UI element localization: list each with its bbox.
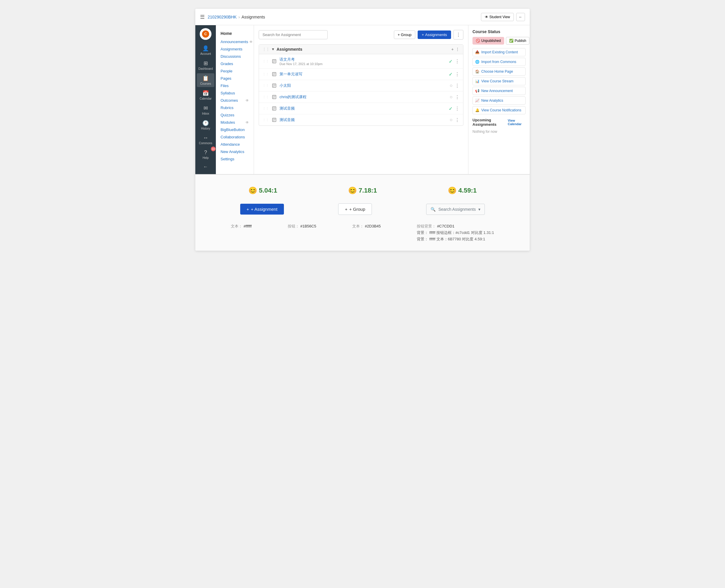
contrast-item-3: 😊 4.59:1	[448, 186, 477, 195]
demo-group-button[interactable]: + + Group	[338, 204, 372, 215]
breadcrumb: 210290290BHK › Assignments	[208, 15, 265, 19]
contrast-item-1: 😊 5.04:1	[248, 186, 277, 195]
sidebar-collapse-button[interactable]: ←	[201, 162, 210, 171]
group-add-button[interactable]: +	[451, 47, 454, 51]
nav-link-files[interactable]: Files	[216, 82, 254, 89]
assignment-name[interactable]: 语文月考	[280, 57, 446, 62]
help-badge: 10	[211, 147, 216, 151]
search-input[interactable]	[259, 30, 328, 39]
svg-text:C: C	[204, 32, 207, 36]
inbox-icon: ✉	[204, 105, 208, 111]
breadcrumb-course[interactable]: 210290290BHK	[208, 15, 237, 19]
choose-home-page-link[interactable]: 🏠 Choose Home Page	[472, 67, 526, 76]
nav-link-assignments[interactable]: Assignments	[216, 45, 254, 53]
assignment-more-button[interactable]: ⋮	[455, 117, 460, 123]
view-course-stream-link[interactable]: 📊 View Course Stream	[472, 77, 526, 85]
import-existing-icon: 📥	[475, 50, 480, 54]
assignment-more-button[interactable]: ⋮	[455, 71, 460, 77]
outcomes-visibility-icon: 👁	[245, 99, 249, 103]
assignment-name[interactable]: chris的测试课程	[280, 94, 447, 100]
assignment-item: ⋮⋮ 测试音频 ✓ ⋮	[259, 103, 463, 114]
nav-link-settings[interactable]: Settings	[216, 155, 254, 163]
contrast-ratio-2: 7.18:1	[359, 187, 377, 194]
account-icon: 👤	[202, 45, 209, 51]
unpublished-button[interactable]: 🚫 Unpublished	[472, 37, 504, 45]
assignment-more-button[interactable]: ⋮	[455, 83, 460, 88]
demo-search-input[interactable]: 🔍 Search Assignments ▾	[426, 204, 485, 215]
assignment-more-button[interactable]: ⋮	[455, 59, 460, 64]
dashboard-icon: ⊞	[204, 60, 208, 66]
more-options-button[interactable]: ⋮	[454, 30, 463, 40]
group-name: Assignments	[277, 47, 449, 51]
breadcrumb-page: Assignments	[242, 15, 265, 19]
add-assignment-button[interactable]: + Assignments	[418, 30, 451, 39]
topbar: ☰ 210290290BHK › Assignments 👁 Student V…	[195, 9, 530, 25]
nav-link-announcements[interactable]: Announcements 👁	[216, 38, 254, 45]
assignment-group-header: ⋮⋮ ▼ Assignments + ⋮	[259, 45, 463, 54]
right-panel: Course Status 🚫 Unpublished ✅ Publish 📥 …	[468, 25, 530, 174]
hamburger-icon[interactable]: ☰	[200, 14, 205, 20]
nav-link-quizzes[interactable]: Quizzes	[216, 111, 254, 119]
nav-link-attendance[interactable]: Attendance	[216, 141, 254, 148]
assignment-status-icon: ✓	[449, 106, 452, 111]
nav-home-link[interactable]: Home	[216, 29, 254, 38]
import-from-commons-link[interactable]: 🌐 Import from Commons	[472, 58, 526, 66]
new-announcement-link[interactable]: 📢 New Announcement	[472, 87, 526, 95]
assignment-name[interactable]: 测试音频	[280, 106, 446, 111]
content-toolbar: + Group + Assignments ⋮	[259, 30, 463, 40]
course-status-title: Course Status	[472, 29, 526, 34]
assignment-item: ⋮⋮ 语文月考 Due Nov 17, 2021 at 10:10pm ✓ ⋮	[259, 54, 463, 69]
course-stream-icon: 📊	[475, 79, 480, 83]
demo-assignment-button[interactable]: + + Assignment	[240, 204, 284, 214]
sidebar-item-account[interactable]: 👤 Account	[197, 43, 215, 57]
commons-icon: ↔	[203, 135, 208, 141]
nav-link-rubrics[interactable]: Rubrics	[216, 104, 254, 111]
publish-icon: ✅	[509, 39, 513, 43]
collapse-nav-button[interactable]: ←	[516, 13, 525, 21]
assignment-more-button[interactable]: ⋮	[455, 94, 460, 100]
nav-link-collaborations[interactable]: Collaborations	[216, 133, 254, 141]
sidebar-item-dashboard[interactable]: ⊞ Dashboard	[197, 58, 215, 72]
assignment-more-button[interactable]: ⋮	[455, 106, 460, 111]
view-course-notifications-link[interactable]: 🔔 View Course Notifications	[472, 106, 526, 114]
assignment-name[interactable]: 测试音频	[280, 117, 447, 123]
nav-link-new-analytics[interactable]: New Analytics	[216, 148, 254, 155]
item-drag-handle: ⋮⋮	[262, 72, 269, 76]
assignment-name[interactable]: 小太阳	[280, 83, 447, 88]
nav-link-discussions[interactable]: Discussions	[216, 53, 254, 60]
student-view-button[interactable]: 👁 Student View	[481, 13, 514, 21]
add-group-button[interactable]: + Group	[394, 30, 415, 39]
sidebar-item-calendar[interactable]: 📅 Calendar	[197, 88, 215, 102]
new-analytics-link[interactable]: 📈 New Analytics	[472, 97, 526, 105]
assignment-info: 小太阳	[280, 83, 447, 88]
announcements-visibility-icon: 👁	[249, 40, 253, 44]
group-toggle-icon[interactable]: ▼	[271, 47, 275, 51]
assignment-item: ⋮⋮ 小太阳 ○ ⋮	[259, 80, 463, 91]
sidebar-item-history[interactable]: 🕐 History	[197, 118, 215, 132]
color-label-2: 按钮： #1B56C5	[288, 224, 316, 229]
color-label-right: 按钮背景： #C7CDD1 背景： ffffff 按钮边框：#c7cdd1 对比…	[417, 224, 494, 242]
sidebar-item-help[interactable]: ? Help 10	[197, 148, 215, 161]
sidebar-item-inbox[interactable]: ✉ Inbox	[197, 103, 215, 117]
history-icon: 🕐	[202, 120, 209, 126]
nav-link-bigbluebutton[interactable]: BigBlueButton	[216, 126, 254, 133]
item-drag-handle: ⋮⋮	[262, 107, 269, 110]
assignment-info: 测试音频	[280, 106, 446, 111]
contrast-smiley-1: 😊	[248, 186, 257, 195]
help-icon: ?	[204, 149, 207, 156]
nav-link-syllabus[interactable]: Syllabus	[216, 89, 254, 97]
publish-button[interactable]: ✅ Publish	[506, 37, 529, 45]
nav-link-people[interactable]: People	[216, 67, 254, 75]
sidebar-item-courses[interactable]: 📋 Courses	[197, 73, 215, 87]
assignment-type-icon	[271, 106, 277, 111]
assignment-name[interactable]: 第一单元读写	[280, 71, 446, 77]
nav-link-modules[interactable]: Modules 👁	[216, 119, 254, 126]
nav-link-pages[interactable]: Pages	[216, 75, 254, 82]
import-existing-content-link[interactable]: 📥 Import Existing Content	[472, 48, 526, 56]
view-calendar-link[interactable]: View Calendar	[508, 119, 526, 126]
group-more-button[interactable]: ⋮	[456, 47, 460, 51]
assignment-info: chris的测试课程	[280, 94, 447, 100]
sidebar-item-commons[interactable]: ↔ Commons	[197, 133, 215, 147]
nav-link-outcomes[interactable]: Outcomes 👁	[216, 97, 254, 104]
nav-link-grades[interactable]: Grades	[216, 60, 254, 67]
